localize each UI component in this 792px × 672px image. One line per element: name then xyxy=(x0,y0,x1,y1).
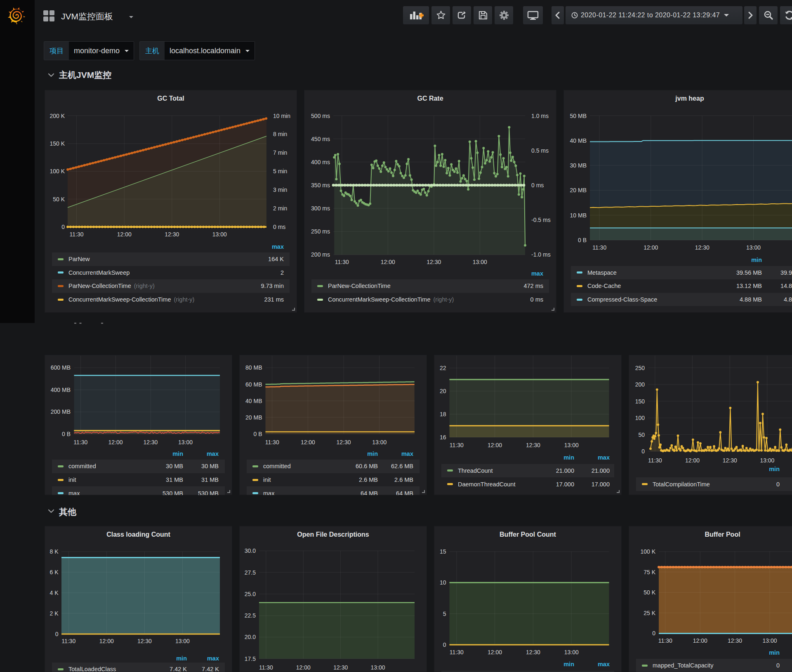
svg-text:13:00: 13:00 xyxy=(372,439,387,446)
svg-text:250 ms: 250 ms xyxy=(311,228,330,235)
svg-text:75 K: 75 K xyxy=(644,569,655,575)
svg-text:12:00: 12:00 xyxy=(644,244,658,251)
svg-text:30.0: 30.0 xyxy=(245,547,256,554)
svg-text:10 MB: 10 MB xyxy=(570,212,587,219)
svg-text:12:30: 12:30 xyxy=(723,457,737,464)
svg-text:50 K: 50 K xyxy=(644,589,655,596)
svg-text:80 MB: 80 MB xyxy=(245,364,262,371)
svg-text:13:00: 13:00 xyxy=(564,442,579,448)
svg-text:11:30: 11:30 xyxy=(259,664,273,671)
svg-text:30 MB: 30 MB xyxy=(570,162,587,169)
svg-text:10: 10 xyxy=(440,579,446,586)
svg-text:100: 100 xyxy=(635,415,645,421)
svg-text:12:30: 12:30 xyxy=(695,244,710,251)
svg-text:12:00: 12:00 xyxy=(296,664,311,671)
svg-text:27.5: 27.5 xyxy=(245,569,256,576)
svg-text:12:30: 12:30 xyxy=(165,231,179,238)
svg-text:20 MB: 20 MB xyxy=(570,187,587,193)
svg-text:25.0: 25.0 xyxy=(245,591,256,597)
svg-text:0 ms: 0 ms xyxy=(531,182,544,189)
svg-text:11:30: 11:30 xyxy=(450,649,464,655)
svg-text:150 K: 150 K xyxy=(50,140,65,147)
svg-text:12:30: 12:30 xyxy=(526,649,540,655)
svg-text:其他: 其他 xyxy=(59,507,77,517)
svg-text:5 min: 5 min xyxy=(273,168,287,174)
svg-text:20.0: 20.0 xyxy=(245,634,256,640)
svg-text:40 MB: 40 MB xyxy=(245,398,262,404)
svg-text:400 MB: 400 MB xyxy=(51,387,71,393)
svg-text:2 K: 2 K xyxy=(50,610,59,617)
svg-text:11:30: 11:30 xyxy=(73,439,87,446)
svg-text:0 B: 0 B xyxy=(578,237,587,243)
svg-text:jvm heap: jvm heap xyxy=(675,95,704,102)
svg-text:11:30: 11:30 xyxy=(648,457,662,464)
svg-text:0: 0 xyxy=(641,448,645,455)
svg-text:12:30: 12:30 xyxy=(137,638,152,644)
svg-text:12:00: 12:00 xyxy=(685,457,700,464)
svg-text:12:00: 12:00 xyxy=(108,439,123,446)
svg-text:13:00: 13:00 xyxy=(175,638,190,644)
svg-text:12:00: 12:00 xyxy=(117,231,132,238)
svg-text:13:00: 13:00 xyxy=(473,259,487,265)
svg-text:Buffer Pool Count: Buffer Pool Count xyxy=(500,531,556,538)
svg-text:150: 150 xyxy=(635,398,645,405)
svg-text:22.5: 22.5 xyxy=(245,612,256,619)
svg-text:40 MB: 40 MB xyxy=(570,137,587,144)
svg-text:18: 18 xyxy=(440,411,446,417)
svg-text:12:00: 12:00 xyxy=(381,259,395,265)
svg-text:11:30: 11:30 xyxy=(70,231,84,238)
svg-text:100 K: 100 K xyxy=(50,168,65,174)
svg-text:-0.5 ms: -0.5 ms xyxy=(531,217,551,223)
svg-text:11:30: 11:30 xyxy=(450,442,464,448)
svg-text:15: 15 xyxy=(440,548,446,555)
svg-text:13:00: 13:00 xyxy=(760,457,774,464)
svg-text:13:00: 13:00 xyxy=(762,637,777,644)
svg-text:0: 0 xyxy=(443,641,446,648)
svg-text:20: 20 xyxy=(440,388,446,394)
svg-text:600 MB: 600 MB xyxy=(51,364,71,371)
svg-text:50: 50 xyxy=(638,431,645,438)
svg-text:0 ms: 0 ms xyxy=(273,224,285,230)
svg-text:200 ms: 200 ms xyxy=(311,251,330,258)
svg-text:250: 250 xyxy=(635,365,645,371)
svg-text:0: 0 xyxy=(61,224,65,230)
svg-text:GC Rate: GC Rate xyxy=(417,95,443,102)
svg-text:13:00: 13:00 xyxy=(212,231,227,238)
svg-text:-1.0 ms: -1.0 ms xyxy=(531,251,551,258)
svg-text:11:30: 11:30 xyxy=(658,637,672,644)
svg-text:450 ms: 450 ms xyxy=(311,136,330,142)
svg-text:4 K: 4 K xyxy=(50,589,59,596)
svg-text:200 MB: 200 MB xyxy=(51,408,71,415)
svg-text:6 K: 6 K xyxy=(50,569,59,575)
svg-text:12:30: 12:30 xyxy=(728,637,742,644)
svg-text:主机JVM监控: 主机JVM监控 xyxy=(59,70,111,80)
svg-text:13:00: 13:00 xyxy=(371,664,385,671)
svg-text:17.5: 17.5 xyxy=(245,655,256,662)
svg-text:11:30: 11:30 xyxy=(265,439,279,446)
svg-text:10 min: 10 min xyxy=(273,113,290,119)
svg-text:8 min: 8 min xyxy=(273,131,287,137)
svg-text:22: 22 xyxy=(440,365,446,371)
svg-text:GC Total: GC Total xyxy=(157,95,184,102)
svg-text:12:30: 12:30 xyxy=(427,259,441,265)
svg-text:50 K: 50 K xyxy=(53,196,65,203)
svg-text:5: 5 xyxy=(443,611,446,617)
svg-text:13:00: 13:00 xyxy=(564,649,579,655)
svg-text:500 ms: 500 ms xyxy=(311,113,330,119)
svg-text:1.0 ms: 1.0 ms xyxy=(531,113,549,119)
svg-text:300 ms: 300 ms xyxy=(311,205,330,212)
svg-text:7 min: 7 min xyxy=(273,149,287,156)
svg-text:50 MB: 50 MB xyxy=(570,113,587,119)
svg-text:60 MB: 60 MB xyxy=(245,381,262,388)
svg-text:12:30: 12:30 xyxy=(333,664,348,671)
svg-text:13:00: 13:00 xyxy=(178,439,193,446)
svg-text:Open File Descriptions: Open File Descriptions xyxy=(297,531,369,538)
svg-text:12:00: 12:00 xyxy=(301,439,315,446)
svg-text:0.5 ms: 0.5 ms xyxy=(531,147,549,154)
svg-text:0: 0 xyxy=(652,630,655,637)
svg-text:0 B: 0 B xyxy=(62,431,71,437)
svg-text:200 K: 200 K xyxy=(50,113,65,119)
svg-text:12:30: 12:30 xyxy=(526,442,540,448)
svg-text:16: 16 xyxy=(440,434,446,441)
svg-text:Buffer Pool: Buffer Pool xyxy=(705,531,740,538)
